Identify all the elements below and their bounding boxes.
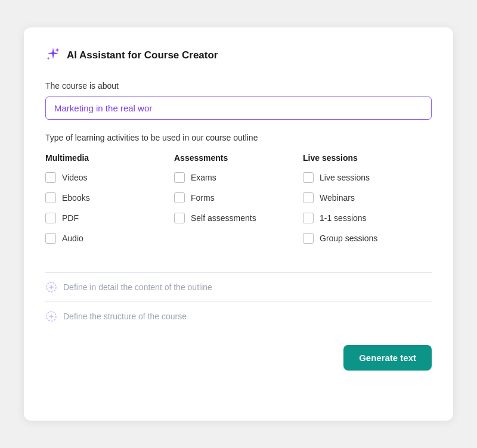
videos-checkbox[interactable] <box>45 172 56 183</box>
assessments-header: Assessments <box>174 153 303 163</box>
videos-label: Videos <box>62 173 88 182</box>
activities-grid: Multimedia Videos Ebooks PDF Audio Asses… <box>45 153 432 253</box>
define-structure-label: Define the structure of the course <box>63 312 187 321</box>
live-sessions-checkbox[interactable] <box>303 172 314 183</box>
ebooks-item[interactable]: Ebooks <box>45 192 174 203</box>
videos-item[interactable]: Videos <box>45 172 174 183</box>
ebooks-checkbox[interactable] <box>45 192 56 203</box>
ai-sparkle-icon <box>45 46 61 64</box>
self-assessments-label: Self assessments <box>191 213 256 223</box>
exams-checkbox[interactable] <box>174 172 185 183</box>
forms-label: Forms <box>191 193 215 203</box>
webinars-label: Webinars <box>320 193 355 203</box>
one-one-sessions-checkbox[interactable] <box>303 213 314 223</box>
forms-checkbox[interactable] <box>174 192 185 203</box>
live-sessions-column: Live sessions Live sessions Webinars 1-1… <box>303 153 432 253</box>
activities-label: Type of learning activities to be used i… <box>45 133 432 142</box>
multimedia-header: Multimedia <box>45 153 174 163</box>
define-content-icon <box>45 281 57 293</box>
footer: Generate text <box>45 345 432 371</box>
group-sessions-item[interactable]: Group sessions <box>303 233 432 244</box>
one-one-sessions-item[interactable]: 1-1 sessions <box>303 213 432 223</box>
audio-label: Audio <box>62 234 83 243</box>
pdf-label: PDF <box>62 213 79 223</box>
course-about-section: The course is about <box>45 81 432 133</box>
one-one-sessions-label: 1-1 sessions <box>320 213 367 223</box>
webinars-checkbox[interactable] <box>303 192 314 203</box>
group-sessions-checkbox[interactable] <box>303 233 314 244</box>
main-card: AI Assistant for Course Creator The cour… <box>24 27 453 421</box>
self-assessments-checkbox[interactable] <box>174 213 185 223</box>
forms-item[interactable]: Forms <box>174 192 303 203</box>
pdf-checkbox[interactable] <box>45 213 56 223</box>
webinars-item[interactable]: Webinars <box>303 192 432 203</box>
multimedia-column: Multimedia Videos Ebooks PDF Audio <box>45 153 174 253</box>
define-content-label: Define in detail the content of the outl… <box>63 282 212 292</box>
exams-item[interactable]: Exams <box>174 172 303 183</box>
self-assessments-item[interactable]: Self assessments <box>174 213 303 223</box>
define-content-section[interactable]: Define in detail the content of the outl… <box>45 272 432 301</box>
group-sessions-label: Group sessions <box>320 234 377 243</box>
course-about-input[interactable] <box>45 97 432 120</box>
generate-button[interactable]: Generate text <box>343 345 432 371</box>
ebooks-label: Ebooks <box>62 193 90 203</box>
define-structure-icon <box>45 310 57 322</box>
define-structure-section[interactable]: Define the structure of the course <box>45 301 432 331</box>
header-title: AI Assistant for Course Creator <box>67 49 218 61</box>
course-about-label: The course is about <box>45 81 432 91</box>
exams-label: Exams <box>191 173 216 182</box>
pdf-item[interactable]: PDF <box>45 213 174 223</box>
live-sessions-item[interactable]: Live sessions <box>303 172 432 183</box>
live-sessions-header: Live sessions <box>303 153 432 163</box>
audio-checkbox[interactable] <box>45 233 56 244</box>
audio-item[interactable]: Audio <box>45 233 174 244</box>
header: AI Assistant for Course Creator <box>45 46 432 64</box>
live-sessions-label: Live sessions <box>320 173 370 182</box>
assessments-column: Assessments Exams Forms Self assessments <box>174 153 303 253</box>
